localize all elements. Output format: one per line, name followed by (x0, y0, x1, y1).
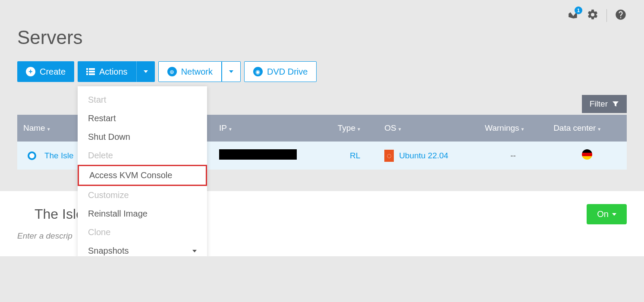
dvd-label: DVD Drive (267, 67, 308, 77)
actions-label: Actions (99, 67, 128, 77)
network-label: Network (181, 67, 213, 77)
notification-badge: 1 (575, 6, 582, 14)
menu-item-restart[interactable]: Restart (78, 109, 207, 128)
disc-icon: ◉ (253, 67, 263, 76)
dvd-drive-button[interactable]: ◉ DVD Drive (244, 61, 317, 82)
server-type[interactable]: RL (350, 151, 360, 160)
network-dropdown-toggle[interactable] (222, 61, 241, 82)
announcements-icon[interactable]: 1 (568, 9, 579, 22)
plus-icon: + (26, 67, 35, 76)
menu-item-snapshots[interactable]: Snapshots (78, 242, 207, 256)
power-label: On (597, 209, 609, 219)
actions-dropdown-menu: Start Restart Shut Down Delete Access KV… (78, 86, 207, 256)
chevron-down-icon (229, 70, 233, 73)
warnings-cell: -- (479, 142, 547, 170)
col-type[interactable]: Type▼ (332, 115, 378, 142)
create-label: Create (40, 67, 66, 77)
create-button[interactable]: + Create (17, 61, 74, 82)
col-os[interactable]: OS▼ (378, 115, 479, 142)
page-title: Servers (17, 27, 627, 48)
ubuntu-icon: ◌ (384, 150, 394, 162)
col-datacenter[interactable]: Data center▼ (547, 115, 627, 142)
actions-dropdown-toggle[interactable] (136, 61, 155, 82)
row-radio[interactable] (28, 151, 36, 160)
chevron-down-icon (612, 213, 616, 216)
chevron-down-icon (192, 250, 197, 252)
power-button[interactable]: On (587, 204, 627, 224)
col-warnings[interactable]: Warnings▼ (479, 115, 547, 142)
globe-icon: ⊕ (167, 67, 177, 76)
actions-button[interactable]: Actions (78, 61, 136, 82)
filter-icon (612, 101, 619, 107)
svg-rect-5 (89, 73, 95, 75)
flag-germany (582, 149, 592, 160)
svg-rect-0 (86, 68, 88, 70)
svg-rect-1 (89, 68, 95, 70)
divider (606, 9, 607, 22)
menu-item-customize: Customize (78, 186, 207, 204)
network-button[interactable]: ⊕ Network (158, 61, 222, 82)
col-ip[interactable]: IP▼ (213, 115, 332, 142)
menu-item-reinstall[interactable]: Reinstall Image (78, 204, 207, 223)
help-icon[interactable] (615, 9, 627, 22)
filter-label: Filter (590, 99, 608, 109)
chevron-down-icon (144, 70, 148, 73)
list-icon (86, 68, 95, 75)
svg-rect-2 (86, 71, 88, 72)
gear-icon[interactable] (587, 9, 599, 22)
menu-item-clone: Clone (78, 223, 207, 242)
os-name[interactable]: Ubuntu 22.04 (399, 151, 448, 160)
server-name[interactable]: The Isle (44, 151, 74, 160)
menu-item-delete: Delete (78, 146, 207, 165)
menu-item-shutdown[interactable]: Shut Down (78, 128, 207, 146)
menu-item-kvm-console[interactable]: Access KVM Console (78, 165, 207, 186)
svg-rect-4 (86, 73, 88, 75)
filter-button[interactable]: Filter (582, 95, 627, 113)
ip-redacted (219, 149, 297, 160)
menu-item-start: Start (78, 91, 207, 109)
svg-rect-3 (89, 71, 95, 72)
